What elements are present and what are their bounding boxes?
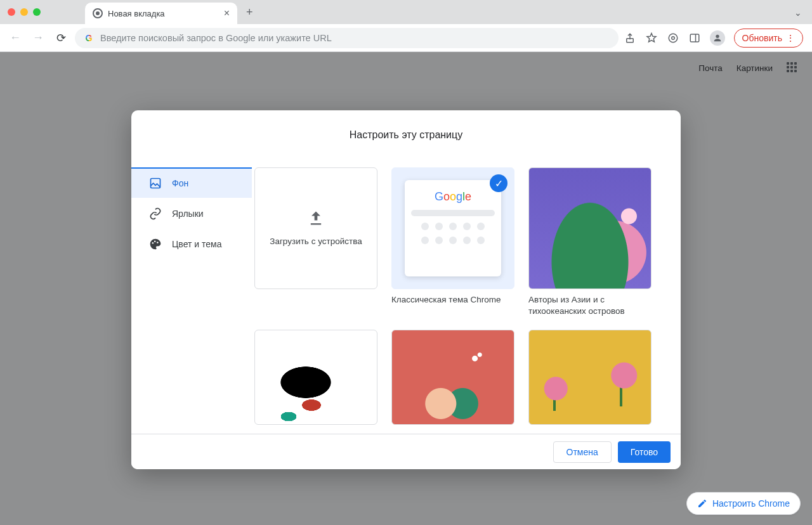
svg-point-5	[716, 34, 719, 37]
tabs-dropdown-icon[interactable]: ⌄	[794, 8, 802, 18]
theme-card-upload[interactable]: Загрузить с устройства	[254, 167, 377, 317]
theme-label: Авторы из Азии и с тихоокеанских острово…	[528, 294, 652, 317]
customize-chrome-button[interactable]: Настроить Chrome	[686, 492, 801, 515]
update-button[interactable]: Обновить ⋮	[734, 29, 803, 48]
cancel-button[interactable]: Отмена	[553, 441, 612, 463]
new-tab-button[interactable]: +	[246, 6, 253, 19]
svg-point-2	[671, 36, 674, 39]
link-icon	[149, 207, 162, 220]
toolbar-right: Обновить ⋮	[624, 29, 806, 48]
svg-point-8	[154, 240, 156, 242]
svg-point-1	[669, 34, 678, 42]
svg-rect-10	[311, 223, 321, 224]
svg-point-9	[157, 242, 159, 243]
omnibox-placeholder: Введите поисковый запрос в Google или ук…	[100, 33, 332, 43]
update-label: Обновить	[742, 33, 782, 43]
sidebar-item-shortcuts[interactable]: Ярлыки	[131, 198, 252, 228]
profile-avatar[interactable]	[710, 30, 725, 46]
done-button[interactable]: Готово	[618, 441, 671, 463]
palette-icon	[149, 238, 162, 250]
forward-button[interactable]: →	[29, 29, 47, 47]
minimize-window-button[interactable]	[20, 8, 28, 16]
classic-preview: Google	[405, 180, 501, 276]
reload-button[interactable]: ⟳	[52, 29, 70, 47]
browser-tab[interactable]: Новая вкладка ×	[85, 3, 237, 24]
theme-card-asian-pacific[interactable]: Авторы из Азии и с тихоокеанских острово…	[528, 167, 652, 317]
svg-point-7	[152, 242, 154, 244]
maximize-window-button[interactable]	[33, 8, 41, 16]
svg-rect-6	[151, 179, 160, 188]
customize-chrome-label: Настроить Chrome	[712, 498, 790, 509]
upload-label: Загрузить с устройства	[270, 236, 362, 247]
google-icon: G	[84, 33, 94, 43]
sidepanel-icon[interactable]	[688, 32, 701, 44]
browser-toolbar: ← → ⟳ G Введите поисковый запрос в Googl…	[0, 24, 812, 52]
theme-label: Классическая тема Chrome	[391, 294, 514, 306]
window-controls	[8, 8, 41, 16]
image-icon	[149, 177, 162, 190]
theme-card-native[interactable]	[254, 330, 377, 425]
tab-favicon	[93, 8, 103, 18]
sidebar-item-color-theme[interactable]: Цвет и тема	[131, 228, 252, 259]
dialog-sidebar: Фон Ярлыки Цвет и тема	[131, 110, 252, 434]
sidebar-item-background[interactable]: Фон	[131, 167, 252, 198]
tab-title: Новая вкладка	[108, 9, 165, 18]
bookmark-icon[interactable]	[645, 32, 658, 44]
theme-card-latino[interactable]	[528, 330, 652, 425]
address-bar[interactable]: G Введите поисковый запрос в Google или …	[75, 28, 619, 48]
tab-close-icon[interactable]: ×	[224, 8, 230, 19]
sidebar-label: Фон	[172, 178, 188, 188]
sidebar-label: Цвет и тема	[172, 239, 221, 249]
window-titlebar: Новая вкладка × + ⌄	[0, 0, 812, 24]
dialog-content: Загрузить с устройства ✓ Google Классиче…	[252, 110, 681, 434]
upload-icon	[307, 209, 325, 227]
dialog-title: Настроить эту страницу	[131, 129, 681, 141]
check-icon: ✓	[490, 174, 508, 192]
svg-rect-3	[690, 34, 699, 42]
back-button[interactable]: ←	[6, 29, 24, 47]
share-icon[interactable]	[624, 32, 636, 44]
sidebar-label: Ярлыки	[172, 209, 204, 219]
theme-card-lgbtq[interactable]	[391, 330, 514, 425]
customize-dialog: Настроить эту страницу Фон Ярлыки Цвет и…	[131, 110, 681, 469]
extensions-icon[interactable]	[667, 32, 679, 44]
menu-icon[interactable]: ⋮	[786, 33, 795, 43]
pencil-icon	[697, 498, 707, 509]
close-window-button[interactable]	[8, 8, 15, 16]
dialog-footer: Отмена Готово	[131, 434, 681, 469]
theme-card-classic[interactable]: ✓ Google Классическая тема Chrome	[391, 167, 514, 317]
